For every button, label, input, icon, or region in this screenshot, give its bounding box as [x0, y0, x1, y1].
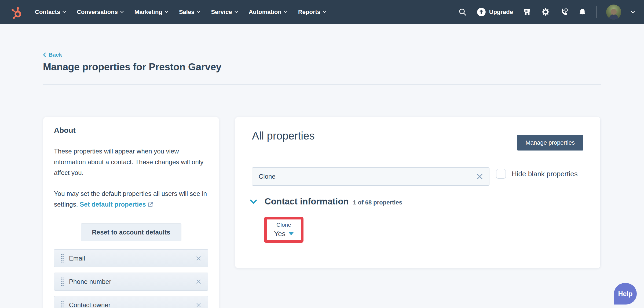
drag-handle-icon[interactable] [60, 300, 64, 308]
collapse-chevron-icon[interactable] [250, 199, 257, 204]
settings-gear-icon[interactable] [541, 8, 550, 16]
remove-property-icon[interactable] [196, 255, 202, 261]
clear-search-icon[interactable] [476, 173, 484, 181]
marketplace-icon[interactable] [523, 8, 532, 16]
chevron-down-icon [165, 11, 168, 13]
hide-blank-properties-toggle[interactable]: Hide blank properties [496, 169, 578, 179]
about-paragraph-1: These properties will appear when you vi… [54, 146, 211, 178]
set-default-properties-link-label: Set default properties [80, 201, 146, 208]
clone-property-value: Yes [274, 230, 285, 238]
calls-phone-icon[interactable] [560, 8, 569, 16]
selected-property-label: Email [69, 255, 85, 262]
about-title: About [54, 126, 208, 135]
nav-item-conversations[interactable]: Conversations [77, 9, 124, 16]
chevron-down-icon [63, 11, 66, 13]
nav-item-label: Contacts [35, 9, 60, 16]
upgrade-button[interactable]: Upgrade [477, 7, 513, 17]
hide-blank-label: Hide blank properties [512, 170, 578, 178]
hide-blank-checkbox[interactable] [496, 169, 506, 179]
header-divider [43, 85, 601, 85]
about-card: About These properties will appear when … [43, 117, 219, 308]
chevron-left-icon [43, 53, 46, 57]
help-button[interactable]: Help [614, 283, 637, 305]
group-count: 1 of 68 properties [353, 199, 402, 206]
dropdown-caret-icon [289, 232, 294, 235]
top-navbar: Contacts Conversations Marketing Sales S… [0, 0, 644, 24]
selected-property-row-phone-number: Phone number [54, 273, 208, 291]
chevron-down-icon [235, 11, 238, 13]
red-highlight-annotation: Clone Yes [264, 217, 303, 243]
back-link-label: Back [49, 52, 62, 58]
nav-item-label: Service [211, 9, 232, 16]
nav-item-label: Automation [249, 9, 281, 16]
reset-to-account-defaults-button[interactable]: Reset to account defaults [81, 223, 181, 241]
selected-property-row-email: Email [54, 249, 208, 267]
about-paragraph-2: You may set the default properties all u… [54, 188, 211, 211]
chevron-down-icon [323, 11, 326, 13]
manage-properties-button[interactable]: Manage properties [517, 135, 583, 151]
chevron-down-icon [284, 11, 287, 13]
clone-property-dropdown[interactable]: Yes [274, 230, 293, 238]
all-properties-title: All properties [252, 130, 314, 142]
selected-property-row-contact-owner: Contact owner [54, 296, 208, 308]
selected-property-label: Phone number [69, 278, 111, 285]
selected-properties-list: Email Phone nu [54, 249, 208, 308]
hubspot-logo-icon[interactable] [9, 5, 23, 19]
account-chevron-down-icon[interactable] [631, 11, 635, 13]
nav-item-sales[interactable]: Sales [179, 9, 200, 16]
nav-item-service[interactable]: Service [211, 9, 238, 16]
back-link[interactable]: Back [43, 52, 62, 58]
page-body: Back Manage properties for Preston Garve… [0, 24, 644, 308]
drag-handle-icon[interactable] [60, 254, 64, 263]
remove-property-icon[interactable] [196, 279, 202, 285]
nav-item-automation[interactable]: Automation [249, 9, 287, 16]
nav-right-group: Upgrade [458, 5, 635, 20]
all-properties-card: All properties Manage properties Hide bl… [235, 117, 601, 268]
selected-property-label: Contact owner [69, 301, 111, 308]
user-avatar[interactable] [606, 5, 621, 20]
nav-item-marketing[interactable]: Marketing [134, 9, 168, 16]
nav-item-label: Sales [179, 9, 195, 16]
nav-item-label: Conversations [77, 9, 118, 16]
page-title: Manage properties for Preston Garvey [43, 61, 601, 73]
chevron-down-icon [120, 11, 124, 13]
drag-handle-icon[interactable] [60, 277, 64, 287]
property-search [252, 167, 489, 186]
nav-divider [596, 6, 597, 18]
upgrade-label: Upgrade [489, 9, 513, 16]
nav-item-reports[interactable]: Reports [298, 9, 326, 16]
nav-item-label: Marketing [134, 9, 162, 16]
notifications-bell-icon[interactable] [578, 8, 587, 16]
external-link-icon [148, 200, 153, 211]
set-default-properties-link[interactable]: Set default properties [80, 201, 153, 208]
search-icon[interactable] [458, 8, 467, 16]
contact-information-group-header: Contact information 1 of 68 properties [250, 196, 402, 207]
clone-property-label: Clone [276, 222, 291, 228]
nav-item-contacts[interactable]: Contacts [35, 9, 66, 16]
remove-property-icon[interactable] [196, 302, 202, 308]
nav-item-label: Reports [298, 9, 320, 16]
property-search-input[interactable] [252, 167, 489, 186]
chevron-down-icon [197, 11, 200, 13]
nav-menu: Contacts Conversations Marketing Sales S… [35, 9, 326, 16]
upgrade-circle-arrow-icon [477, 7, 486, 17]
group-title[interactable]: Contact information [265, 196, 349, 207]
